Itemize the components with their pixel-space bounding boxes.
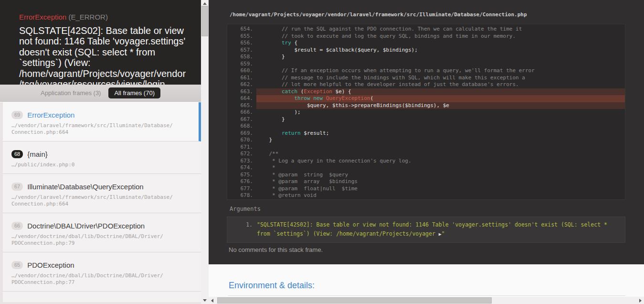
stack-frame-66[interactable]: 66Doctrine\DBAL\Driver\PDOException…/​ve… — [3, 213, 201, 252]
line-number: 674. — [227, 164, 256, 172]
line-number: 655. — [227, 33, 256, 40]
code-content: } — [256, 137, 625, 144]
code-token: QueryException — [326, 95, 370, 101]
code-line: 665. $query, $this->prepareBindings($bin… — [227, 102, 625, 109]
argument-index: 1. — [227, 220, 257, 239]
frames-tabs-bar: Application frames (3) All frames (70) — [0, 85, 201, 102]
frame-path: …/​vendor/​doctrine/​dbal/​lib/​Doctrine… — [11, 272, 191, 286]
tab-application-frames[interactable]: Application frames (3) — [41, 89, 101, 97]
code-content: * @param string $query — [256, 172, 625, 179]
line-number: 660. — [227, 67, 256, 75]
scroll-down-button[interactable] — [201, 297, 209, 304]
line-number: 669. — [227, 130, 256, 137]
line-number: 661. — [227, 75, 256, 82]
arrow-right-icon — [639, 299, 642, 303]
environment-heading: Environment & details: — [229, 281, 315, 291]
code-line: 657. $result = $callback($query, $bindin… — [227, 47, 625, 54]
code-content: // message to include the bindings with … — [256, 75, 625, 82]
code-token: // If an exception occurs when attemptin… — [256, 67, 535, 74]
code-token — [256, 95, 294, 101]
stack-frame-65[interactable]: 65PDOException…/​vendor/​doctrine/​dbal/… — [3, 252, 201, 292]
exception-panel: ErrorException (E_ERROR) SQLSTATE[42S02]… — [0, 0, 201, 304]
code-line: 662. // lot more helpful to the develope… — [227, 81, 625, 88]
vertical-scrollbar-thumb[interactable] — [201, 6, 208, 36]
frame-path: …/​vendor/​doctrine/​dbal/​lib/​Doctrine… — [11, 233, 191, 247]
arrow-down-icon — [203, 299, 207, 302]
scroll-right-button[interactable] — [637, 297, 644, 304]
code-line: 672. /** — [227, 151, 625, 158]
code-line: 669. return $result; — [227, 130, 625, 137]
code-token: // lot more helpful to the developer ins… — [256, 81, 519, 87]
line-number: 665. — [227, 102, 256, 109]
code-token: new — [313, 95, 323, 101]
code-line: 658. } — [227, 54, 625, 61]
code-line: 664. throw new QueryException( — [227, 95, 625, 102]
code-content: // took to execute and log the query SQL… — [256, 33, 625, 40]
stack-frame-68[interactable]: 68{main}…/​public/​index.php:0 — [3, 141, 201, 174]
frame-title: Doctrine\DBAL\Driver\PDOException — [27, 222, 145, 230]
code-block: 654. // run the SQL against the PDO conn… — [227, 24, 625, 200]
left-panel-scrollbar[interactable] — [201, 0, 209, 304]
stack-frame[interactable] — [3, 292, 201, 302]
code-content: // run the SQL against the PDO connectio… — [256, 26, 625, 33]
scroll-left-button[interactable] — [209, 297, 216, 304]
code-content: throw new QueryException( — [256, 95, 625, 102]
frame-path: …/​vendor/​laravel/​framework/​src/​Illu… — [11, 122, 189, 136]
code-token: * @param float|null $time — [256, 185, 358, 192]
exception-severity: (E_ERROR) — [68, 13, 108, 21]
horizontal-scrollbar-thumb[interactable] — [217, 297, 492, 304]
code-content: * @return void — [256, 192, 625, 199]
frame-title-row: 65PDOException — [11, 261, 191, 269]
code-content: // If an exception occurs when attemptin… — [256, 67, 625, 75]
argument-closing-quote: " — [442, 230, 445, 237]
horizontal-scrollbar[interactable] — [209, 297, 644, 304]
code-token: * @return void — [256, 192, 317, 198]
tab-all-frames[interactable]: All frames (70) — [108, 87, 160, 98]
code-line: 678. * @return void — [227, 192, 625, 199]
code-token: $query, $this->prepareBindings($bindings… — [256, 102, 449, 109]
code-line: 670. } — [227, 137, 625, 144]
code-line: 655. // took to execute and log the quer… — [227, 33, 625, 40]
line-number: 664. — [227, 95, 256, 102]
frame-title-row: 67Illuminate\Database\QueryException — [11, 182, 191, 191]
exception-title-row: ErrorException (E_ERROR) — [19, 13, 188, 22]
code-token: Exception — [304, 88, 332, 95]
frame-number-badge: 68 — [11, 150, 23, 158]
exception-message: SQLSTATE[42S02]: Base table or view not … — [19, 25, 188, 85]
code-token: /** — [256, 151, 278, 157]
code-line: 673. * Log a query in the connection's q… — [227, 158, 625, 165]
code-content — [256, 123, 625, 130]
code-line: 675. * @param string $query — [227, 172, 625, 179]
line-number: 668. — [227, 123, 256, 130]
code-line: 671. — [227, 144, 625, 151]
line-number: 656. — [227, 40, 256, 47]
exception-header: ErrorException (E_ERROR) SQLSTATE[42S02]… — [0, 0, 201, 85]
code-line: 656. try { — [227, 40, 625, 47]
arrow-up-icon — [203, 2, 207, 5]
line-number: 676. — [227, 178, 256, 185]
stack-frame-69[interactable]: 69ErrorException…/​vendor/​laravel/​fram… — [3, 102, 201, 141]
code-token — [256, 130, 282, 136]
frame-path: …/​public/​index.php:0 — [11, 162, 191, 168]
frame-number-badge: 67 — [11, 183, 23, 191]
code-token: ); — [256, 109, 301, 115]
code-token: { — [291, 40, 297, 46]
frame-title-row: 66Doctrine\DBAL\Driver\PDOException — [11, 221, 191, 230]
code-line: 663. catch (Exception $e) { — [227, 88, 625, 96]
file-path-header: /home/vagrant/Projects/voyager/vendor/la… — [230, 11, 626, 18]
frame-title: {main} — [27, 150, 48, 158]
frame-number-badge: 66 — [11, 222, 23, 230]
code-content: ); — [256, 109, 625, 116]
code-content: catch (Exception $e) { — [256, 88, 625, 96]
code-token: $result = $callback($query, $bindings); — [256, 47, 418, 53]
arrow-left-icon — [211, 299, 213, 303]
code-line: 660. // If an exception occurs when atte… — [227, 67, 625, 75]
code-token: * @param string $query — [256, 172, 348, 178]
code-content: // lot more helpful to the developer ins… — [256, 81, 625, 88]
code-line: 659. — [227, 61, 625, 68]
argument-item: 1."SQLSTATE[42S02]: Base table or view n… — [227, 220, 620, 239]
stack-frame-67[interactable]: 67Illuminate\Database\QueryException…/​v… — [3, 174, 201, 213]
line-number: 667. — [227, 116, 256, 123]
exception-class: ErrorException — [19, 13, 66, 21]
code-content: * Log a query in the connection's query … — [256, 158, 625, 165]
